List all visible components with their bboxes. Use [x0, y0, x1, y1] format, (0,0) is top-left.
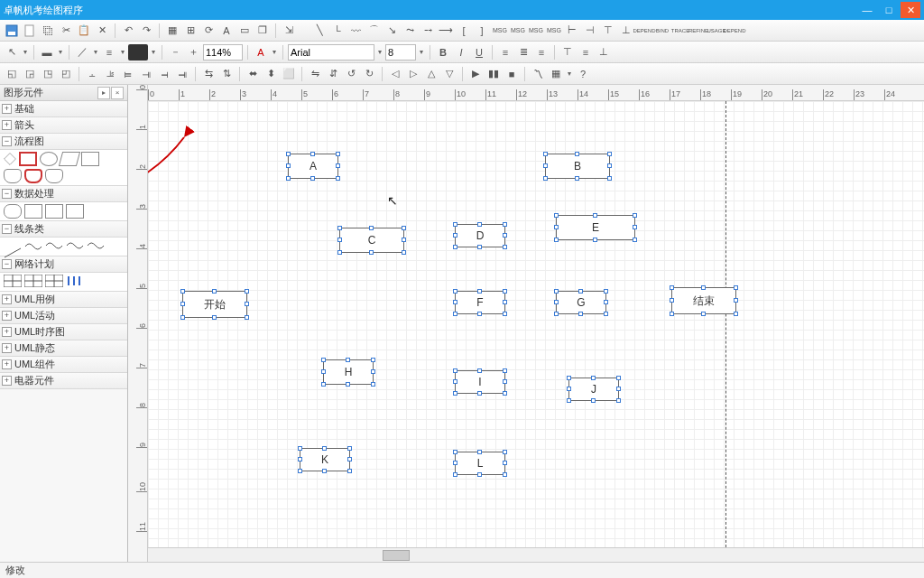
shape-round-icon[interactable]	[4, 204, 22, 219]
fill-icon[interactable]: ▬	[39, 44, 55, 61]
node-K[interactable]: K	[300, 448, 350, 471]
category-UML静态[interactable]: +UML静态	[0, 340, 127, 357]
connector-arc-icon[interactable]: ⌒	[365, 23, 382, 39]
new-icon[interactable]	[22, 23, 38, 39]
paste-icon[interactable]: 📋	[76, 23, 92, 39]
node-I[interactable]: I	[455, 370, 505, 394]
refine-icon[interactable]: REFINE	[690, 23, 707, 39]
rotate-r-icon[interactable]: ↻	[361, 66, 377, 82]
rotate-icon[interactable]: ⟳	[200, 23, 217, 39]
minimize-button[interactable]: —	[857, 2, 877, 18]
connector-arrow1-icon[interactable]: ↘	[383, 23, 400, 39]
canvas[interactable]: ↖ ABECD开始FG结束HIJKL	[148, 101, 924, 547]
usage-icon[interactable]: USAGE	[708, 23, 725, 39]
category-数据处理[interactable]: −数据处理	[0, 186, 127, 202]
nudge-d-icon[interactable]: ▽	[441, 66, 457, 82]
panel-close-icon[interactable]: ×	[111, 87, 124, 99]
align-b-icon[interactable]: ⫥	[174, 66, 190, 82]
help-icon[interactable]: ?	[575, 66, 591, 82]
align-middle-icon[interactable]: ≡	[578, 44, 594, 61]
font-color-icon[interactable]: A	[253, 44, 269, 61]
shape-rect2-icon[interactable]	[45, 204, 63, 219]
shape-step-icon[interactable]	[66, 204, 84, 219]
underline-icon[interactable]: U	[471, 44, 487, 61]
dist-h-icon[interactable]: ⇆	[200, 66, 217, 82]
shape-line-icon[interactable]	[4, 247, 22, 247]
nudge-r-icon[interactable]: ▷	[405, 66, 421, 82]
grid-icon[interactable]: ▦	[164, 23, 180, 39]
export-icon[interactable]: ⇲	[281, 23, 297, 39]
align-r-icon[interactable]: ⫢	[120, 66, 136, 82]
uml-conn1-icon[interactable]: ⊢	[564, 23, 580, 39]
category-流程图[interactable]: −流程图	[0, 134, 127, 150]
redo-icon[interactable]: ↷	[138, 23, 154, 39]
pointer-icon[interactable]: ↖	[4, 44, 20, 61]
shape-para-icon[interactable]	[59, 152, 80, 166]
nudge-u-icon[interactable]: △	[423, 66, 439, 82]
node-B[interactable]: B	[545, 154, 610, 179]
shape-diamond-icon[interactable]	[4, 153, 16, 165]
shape-tag-icon[interactable]	[81, 152, 99, 166]
category-UML时序图[interactable]: +UML时序图	[0, 324, 127, 340]
category-电器元件[interactable]: +电器元件	[0, 373, 127, 389]
table-icon[interactable]: ▦	[548, 66, 564, 82]
zoom-in-icon[interactable]: ＋	[185, 44, 201, 61]
align-center-icon[interactable]: ≣	[515, 44, 531, 61]
category-网络计划[interactable]: −网络计划	[0, 256, 127, 273]
connector-line-icon[interactable]: ╲	[311, 23, 328, 39]
shape-cyl3-icon[interactable]	[45, 169, 63, 183]
close-button[interactable]: ✕	[901, 2, 920, 18]
shape-cyl-icon[interactable]	[4, 169, 22, 183]
bold-icon[interactable]: B	[435, 44, 451, 61]
category-线条类[interactable]: −线条类	[0, 221, 127, 238]
shape-zig-icon[interactable]	[24, 240, 42, 253]
forward-icon[interactable]: ◳	[40, 66, 56, 82]
depend-icon[interactable]: DEPEND	[636, 23, 652, 39]
shape-cyl2-icon[interactable]	[24, 169, 42, 183]
line-weight-icon[interactable]: ≡	[101, 44, 117, 61]
bring-front-icon[interactable]: ◱	[4, 66, 20, 82]
bracket-right-icon[interactable]: ]	[474, 23, 490, 39]
delete-icon[interactable]: ✕	[94, 23, 110, 39]
node-G[interactable]: G	[556, 291, 606, 314]
play-icon[interactable]: ▶	[467, 66, 484, 82]
category-基础[interactable]: +基础	[0, 101, 127, 117]
maximize-button[interactable]: □	[879, 2, 899, 18]
node-J[interactable]: J	[568, 378, 619, 401]
align-right-icon[interactable]: ≡	[533, 44, 550, 61]
shape-arc-icon[interactable]	[66, 239, 84, 254]
shape-oval-icon[interactable]	[40, 152, 58, 166]
uml-conn3-icon[interactable]: ⊤	[600, 23, 616, 39]
align-m-icon[interactable]: ⫤	[156, 66, 172, 82]
connector-curve-icon[interactable]: 〰	[347, 23, 364, 39]
uml-conn2-icon[interactable]: ⊣	[582, 23, 598, 39]
send-back-icon[interactable]: ◲	[22, 66, 38, 82]
msg3-icon[interactable]: MSG	[528, 23, 544, 39]
nudge-l-icon[interactable]: ◁	[387, 66, 403, 82]
font-select[interactable]	[288, 44, 374, 61]
font-size-select[interactable]	[385, 44, 416, 61]
stop-icon[interactable]: ■	[504, 66, 520, 82]
node-F[interactable]: F	[455, 291, 505, 314]
rotate-l-icon[interactable]: ↺	[343, 66, 359, 82]
category-UML用例[interactable]: +UML用例	[0, 292, 127, 308]
undo-icon[interactable]: ↶	[120, 23, 136, 39]
node-L[interactable]: L	[455, 452, 505, 475]
node-start[interactable]: 开始	[182, 291, 247, 318]
image-icon[interactable]: ▭	[236, 23, 253, 39]
node-end[interactable]: 结束	[671, 287, 736, 314]
node-H[interactable]: H	[323, 359, 374, 385]
line-color-icon[interactable]	[128, 44, 148, 61]
pause-icon[interactable]: ▮▮	[485, 66, 502, 82]
align-top-icon[interactable]: ⊤	[559, 44, 576, 61]
same-w-icon[interactable]: ⬌	[245, 66, 261, 82]
italic-icon[interactable]: I	[453, 44, 469, 61]
msg-icon[interactable]: MSG	[492, 23, 508, 39]
align-t-icon[interactable]: ⫣	[138, 66, 154, 82]
shape-grid3-icon[interactable]	[45, 275, 63, 289]
connector-elbow-icon[interactable]: └	[329, 23, 346, 39]
msg2-icon[interactable]: MSG	[510, 23, 526, 39]
msg4-icon[interactable]: MSG	[546, 23, 562, 39]
layer-icon[interactable]: ❐	[254, 23, 271, 39]
category-UML活动[interactable]: +UML活动	[0, 308, 127, 324]
